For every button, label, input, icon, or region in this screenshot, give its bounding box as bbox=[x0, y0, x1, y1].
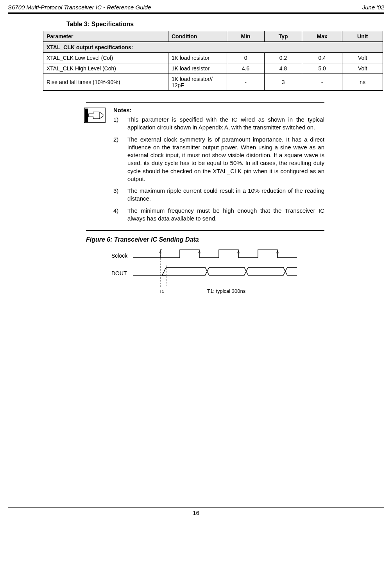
dout-label: DOUT bbox=[111, 270, 127, 276]
cell-cond: 1K load resistor bbox=[168, 63, 227, 74]
notes-title: Notes: bbox=[113, 107, 324, 113]
header-left: S6700 Multi-Protocol Transceiver IC - Re… bbox=[8, 4, 151, 11]
page-header: S6700 Multi-Protocol Transceiver IC - Re… bbox=[8, 0, 384, 12]
page-number: 16 bbox=[193, 509, 199, 516]
note-item: 4) The minimum frequency must be high en… bbox=[113, 207, 324, 223]
cell-min: - bbox=[227, 74, 265, 91]
header-rule-2 bbox=[8, 13, 384, 14]
cell-min: 4.6 bbox=[227, 63, 265, 74]
notes-block: Notes: 1) This parameter is specified wi… bbox=[86, 102, 324, 231]
cell-min: 0 bbox=[227, 53, 265, 63]
section-cell: XTAL_CLK output specifications: bbox=[43, 42, 383, 53]
cell-cond: 1K load resistor bbox=[168, 53, 227, 63]
note-text: This parameter is specified with the IC … bbox=[127, 116, 324, 132]
cell-unit: ns bbox=[342, 74, 383, 91]
page-footer: 16 bbox=[8, 507, 384, 516]
t1-note: T1: typical 300ns bbox=[207, 288, 246, 294]
note-num: 3) bbox=[113, 187, 127, 203]
pointing-hand-icon bbox=[84, 108, 106, 123]
th-min: Min bbox=[227, 31, 265, 42]
header-rule-1 bbox=[8, 12, 384, 13]
note-item: 2) The external clock symmetry is of par… bbox=[113, 136, 324, 183]
note-text: The external clock symmetry is of paramo… bbox=[127, 136, 324, 183]
th-condition: Condition bbox=[168, 31, 227, 42]
svg-rect-1 bbox=[85, 109, 88, 122]
note-item: 3) The maximum ripple current could resu… bbox=[113, 187, 324, 203]
th-parameter: Parameter bbox=[43, 31, 168, 42]
note-num: 2) bbox=[113, 136, 127, 183]
th-unit: Unit bbox=[342, 31, 383, 42]
note-num: 4) bbox=[113, 207, 127, 223]
sclock-label: Sclock bbox=[111, 253, 128, 259]
th-max: Max bbox=[302, 31, 342, 42]
timing-diagram: Sclock DOUT T1 T1: typical 300ns bbox=[109, 248, 305, 307]
t1-marker: T1 bbox=[159, 289, 164, 294]
table-row: XTAL_CLK Low Level (Col) 1K load resisto… bbox=[43, 53, 383, 63]
specifications-table: Parameter Condition Min Typ Max Unit XTA… bbox=[43, 31, 383, 91]
table-header-row: Parameter Condition Min Typ Max Unit bbox=[43, 31, 383, 42]
cell-unit: Volt bbox=[342, 53, 383, 63]
table-section-row: XTAL_CLK output specifications: bbox=[43, 42, 383, 53]
cell-max: - bbox=[302, 74, 342, 91]
header-right: June '02 bbox=[362, 4, 384, 11]
cell-max: 0.4 bbox=[302, 53, 342, 63]
figure-caption: Figure 6: Transceiver IC Sending Data bbox=[86, 236, 384, 243]
cell-typ: 4.8 bbox=[265, 63, 302, 74]
cell-typ: 0.2 bbox=[265, 53, 302, 63]
cell-unit: Volt bbox=[342, 63, 383, 74]
note-text: The maximum ripple current could result … bbox=[127, 187, 324, 203]
cell-param: XTAL_CLK Low Level (Col) bbox=[43, 53, 168, 63]
table-row: XTAL_CLK High Level (Coh) 1K load resist… bbox=[43, 63, 383, 74]
cell-cond: 1K load resistor// 12pF bbox=[168, 74, 227, 91]
notes-list: 1) This parameter is specified with the … bbox=[113, 116, 324, 222]
note-item: 1) This parameter is specified with the … bbox=[113, 116, 324, 132]
table-caption: Table 3: Specifications bbox=[66, 21, 384, 28]
note-text: The minimum frequency must be high enoug… bbox=[127, 207, 324, 223]
note-num: 1) bbox=[113, 116, 127, 132]
cell-param: XTAL_CLK High Level (Coh) bbox=[43, 63, 168, 74]
table-row: Rise and fall times (10%-90%) 1K load re… bbox=[43, 74, 383, 91]
cell-typ: 3 bbox=[265, 74, 302, 91]
cell-param: Rise and fall times (10%-90%) bbox=[43, 74, 168, 91]
th-typ: Typ bbox=[265, 31, 302, 42]
cell-max: 5.0 bbox=[302, 63, 342, 74]
